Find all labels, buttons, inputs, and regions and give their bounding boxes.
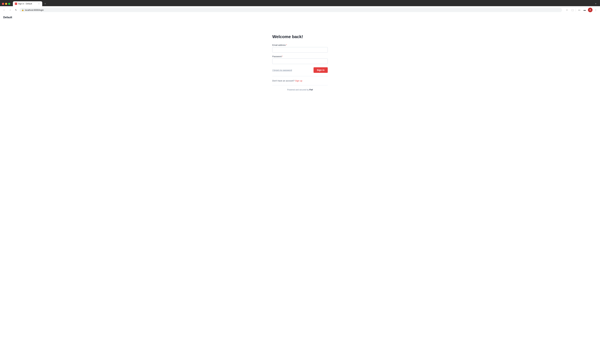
new-tab-button[interactable]: +: [43, 1, 47, 6]
cast-button[interactable]: ▭: [577, 8, 581, 12]
form-actions: I forgot my password Sign in: [272, 67, 328, 73]
tab-dropdown-button[interactable]: ▾: [593, 1, 598, 6]
password-required-star: *: [282, 55, 283, 58]
page-content: Default Welcome back! Email address* Pas…: [0, 14, 600, 364]
sign-up-link[interactable]: Sign up: [295, 80, 302, 82]
toolbar-right: ☆ ⬚ ▭ ▬ A ⋮: [565, 8, 598, 12]
toolbar-divider: [576, 8, 576, 12]
tab-bar: F Sign in - Default × + ▾: [0, 0, 600, 6]
profile-button[interactable]: A: [588, 8, 592, 12]
lock-icon: 🔒: [21, 9, 24, 11]
tab-right-controls: ▾: [593, 1, 598, 6]
forward-button[interactable]: →: [8, 8, 12, 12]
site-title: Default: [0, 14, 600, 21]
url-text: localhost:8000/login: [25, 9, 44, 11]
password-input[interactable]: [272, 58, 328, 64]
signup-row: Don't have an account? Sign up: [272, 80, 328, 82]
login-form: Welcome back! Email address* Password* I…: [272, 34, 328, 91]
bottom-divider: [272, 85, 328, 85]
maximize-window-button[interactable]: [8, 3, 10, 5]
address-bar-row: ← → ↻ 🔒 localhost:8000/login ☆ ⬚ ▭ ▬: [0, 6, 600, 14]
close-window-button[interactable]: [2, 3, 4, 5]
bookmark-button[interactable]: ☆: [565, 8, 569, 12]
minimize-window-button[interactable]: [5, 3, 7, 5]
password-form-group: Password*: [272, 55, 328, 64]
sidebar-button[interactable]: ▬: [582, 8, 587, 12]
reload-button[interactable]: ↻: [14, 8, 18, 12]
login-container: Welcome back! Email address* Password* I…: [0, 21, 600, 97]
email-label: Email address*: [272, 44, 328, 46]
tab-title: Sign in - Default: [18, 3, 37, 5]
powered-by: Powered and secured by Fief: [272, 89, 328, 91]
browser-chrome: F Sign in - Default × + ▾ ← → ↻ 🔒: [0, 0, 600, 14]
menu-button[interactable]: ⋮: [593, 8, 598, 12]
email-input[interactable]: [272, 47, 328, 53]
tab-favicon-icon: F: [15, 3, 17, 5]
brand-name: Fief: [309, 89, 313, 91]
email-required-star: *: [286, 44, 287, 46]
sign-in-button[interactable]: Sign in: [314, 67, 328, 73]
password-label: Password*: [272, 55, 328, 58]
extensions-button[interactable]: ⬚: [570, 8, 575, 12]
forgot-password-link[interactable]: I forgot my password: [272, 69, 292, 71]
back-button[interactable]: ←: [2, 8, 7, 12]
email-form-group: Email address*: [272, 44, 328, 53]
address-field[interactable]: 🔒 localhost:8000/login: [19, 8, 562, 12]
tab-close-button[interactable]: ×: [38, 2, 40, 5]
welcome-title: Welcome back!: [272, 34, 328, 39]
active-tab[interactable]: F Sign in - Default ×: [13, 1, 42, 6]
traffic-lights: [2, 3, 10, 5]
